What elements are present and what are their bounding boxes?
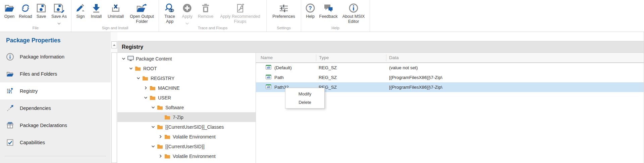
tree-node-registry[interactable]: REGISTRY — [117, 73, 256, 83]
remove-button[interactable]: Remove — [196, 0, 216, 19]
tree-node-package-content[interactable]: Package Content — [117, 54, 256, 64]
about-msix-editor-button[interactable]: About MSIX Editor — [339, 0, 368, 24]
tree-node-label: 7-Zip — [173, 115, 183, 120]
uninstall-button[interactable]: Uninstall — [105, 0, 127, 19]
table-row-default[interactable]: ab (Default) REG_SZ (value not set) — [256, 63, 644, 73]
ribbon-toolbar: Open Reload Save Save As — [0, 0, 644, 32]
ribbon-group-file: Open Reload Save Save As — [0, 0, 71, 32]
ribbon-group-label-trace-fixups: Trace and Fixups — [161, 26, 265, 32]
save-as-button[interactable]: Save As — [49, 0, 69, 22]
feedback-icon — [323, 2, 334, 14]
value-type: REG_SZ — [316, 65, 386, 70]
svg-text:ab: ab — [267, 76, 270, 79]
feedback-button[interactable]: Feedback — [318, 0, 339, 19]
svg-text:ab: ab — [267, 85, 270, 89]
chevron-right-icon[interactable] — [158, 154, 163, 159]
tree-node-label: Package Content — [136, 56, 172, 62]
save-button[interactable]: Save — [34, 0, 49, 19]
sidebar-item-package-information[interactable]: Package Information — [0, 48, 111, 65]
ribbon-empty-space — [370, 0, 644, 32]
scrollbar-up-button[interactable] — [111, 41, 117, 48]
dropdown-chevron-icon[interactable] — [57, 20, 61, 22]
svg-text:ab: ab — [267, 66, 270, 69]
folder-icon — [164, 134, 171, 139]
folder-icon — [157, 144, 164, 149]
tree-node-volatile-environment-2[interactable]: Volatile Environment — [117, 151, 256, 161]
open-icon — [4, 2, 15, 14]
folder-icon — [150, 95, 157, 100]
chevron-down-icon[interactable] — [150, 105, 156, 110]
sidebar-item-label: Registry — [20, 88, 38, 94]
column-header-name[interactable]: Name — [256, 54, 316, 61]
uninstall-label: Uninstall — [108, 14, 124, 19]
reload-label: Reload — [19, 14, 32, 19]
sidebar-item-package-declarations[interactable]: Package Declarations — [0, 117, 111, 134]
column-header-type[interactable]: Type — [316, 54, 386, 61]
tree-node-currentusersid-classes[interactable]: [{CurrentUserSID}]_Classes — [117, 122, 256, 132]
open-button[interactable]: Open — [2, 0, 17, 19]
value-data: [{ProgramFilesX86}]\7-Zip\ — [386, 85, 644, 90]
info-icon — [6, 53, 14, 61]
tree-node-label: MACHINE — [158, 85, 180, 91]
chevron-down-icon[interactable] — [150, 144, 156, 149]
sign-button[interactable]: Sign — [73, 0, 88, 19]
chevron-down-icon[interactable] — [121, 56, 126, 62]
help-button[interactable]: ? Help — [303, 0, 318, 19]
apply-recommended-fixups-button[interactable]: Apply Recommended Fixups — [216, 0, 265, 24]
chevron-down-icon[interactable] — [128, 66, 134, 71]
tree-node-software[interactable]: Software — [117, 103, 256, 112]
trace-app-button[interactable]: Trace App — [161, 0, 179, 24]
preferences-button[interactable]: Preferences — [268, 0, 299, 19]
chevron-right-icon[interactable] — [158, 134, 163, 139]
registry-tree: Package Content ROOT REGISTRY MACHINE — [117, 53, 256, 163]
tree-node-7zip[interactable]: 7-Zip — [117, 112, 256, 122]
context-menu-item-delete[interactable]: Delete — [285, 98, 324, 107]
folder-icon — [150, 85, 157, 91]
folder-icon — [164, 154, 171, 159]
reload-button[interactable]: Reload — [17, 0, 34, 19]
chevron-down-icon[interactable] — [136, 76, 141, 81]
sidebar-title: Package Properties — [0, 32, 111, 48]
tree-node-volatile-environment-1[interactable]: Volatile Environment — [117, 132, 256, 141]
chevron-right-icon[interactable] — [143, 85, 149, 91]
capabilities-icon — [6, 138, 14, 147]
sidebar-item-dependencies[interactable]: Dependencies — [0, 99, 111, 117]
tree-node-label: [{CurrentUserSID}] — [165, 144, 205, 149]
ribbon-group-label-help: Help — [303, 26, 368, 32]
computer-icon — [127, 56, 135, 62]
folder-icon — [157, 124, 164, 130]
scrollbar-track[interactable] — [111, 52, 117, 163]
tree-node-user[interactable]: USER — [117, 93, 256, 103]
sign-label: Sign — [76, 14, 85, 19]
dropdown-chevron-icon[interactable] — [185, 20, 189, 22]
reg-sz-icon: ab — [266, 84, 271, 90]
preferences-icon — [279, 2, 289, 14]
fixups-icon — [235, 2, 246, 14]
value-data: [{ProgramFilesX86}]\7-Zip\ — [386, 75, 644, 80]
install-button[interactable]: Install — [88, 0, 105, 19]
tree-node-machine[interactable]: MACHINE — [117, 83, 256, 93]
reg-sz-icon: ab — [266, 75, 271, 80]
chevron-down-icon[interactable] — [150, 124, 156, 130]
column-header-data[interactable]: Data — [386, 54, 644, 61]
sidebar-item-capabilities[interactable]: Capabilities — [0, 134, 111, 151]
sign-icon — [75, 2, 86, 14]
help-icon: ? — [305, 2, 315, 14]
tree-node-currentusersid[interactable]: [{CurrentUserSID}] — [117, 141, 256, 151]
vertical-scrollbar[interactable] — [111, 32, 117, 163]
save-as-icon — [53, 2, 65, 14]
value-type: REG_SZ — [316, 85, 386, 90]
sidebar-item-registry[interactable]: Registry — [0, 82, 111, 99]
value-name: Path — [274, 75, 284, 80]
open-output-folder-button[interactable]: Open Output Folder — [127, 0, 157, 24]
ribbon-group-help: ? Help Feedback About MSIX Editor Help — [301, 0, 370, 32]
apply-button[interactable]: Apply — [179, 0, 196, 22]
context-menu: Modify Delete — [285, 88, 325, 109]
sidebar-item-files-and-folders[interactable]: Files and Folders — [0, 65, 111, 82]
context-menu-item-modify[interactable]: Modify — [285, 90, 324, 98]
ribbon-group-settings: Preferences Settings — [267, 0, 301, 32]
chevron-down-icon[interactable] — [143, 95, 149, 100]
declarations-icon — [6, 121, 14, 129]
tree-node-root[interactable]: ROOT — [117, 64, 256, 73]
table-row-path[interactable]: ab Path REG_SZ [{ProgramFilesX86}]\7-Zip… — [256, 73, 644, 82]
